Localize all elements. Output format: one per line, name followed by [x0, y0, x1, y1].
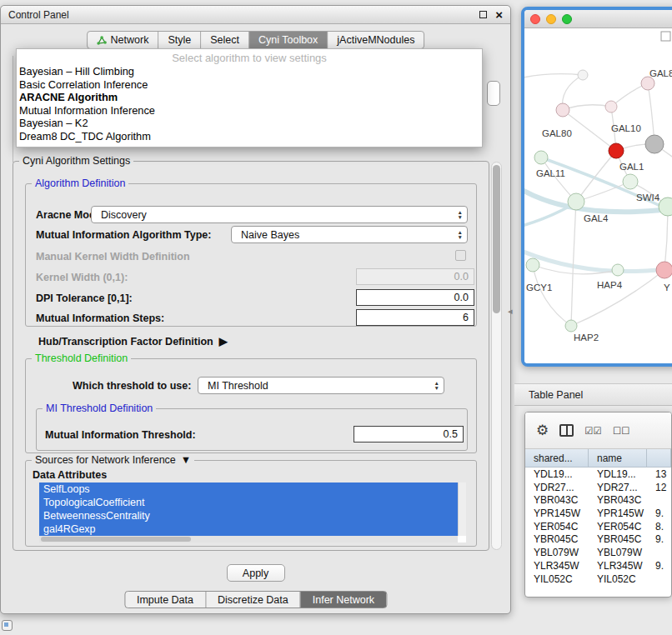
tab-style[interactable]: Style — [158, 32, 201, 48]
tab-jactivemnodules[interactable]: jActiveMNodules — [328, 32, 424, 48]
network-edge[interactable] — [571, 270, 664, 326]
combo-arrows-icon: ▲▼ — [458, 210, 463, 220]
sources-group-title[interactable]: Sources for Network Inference ▼ — [32, 454, 194, 466]
hub-definition-label: Hub/Transcription Factor Definition — [38, 336, 213, 348]
mi-type-select[interactable]: Naive Bayes ▲▼ — [231, 226, 468, 243]
columns-icon[interactable] — [559, 424, 574, 437]
data-attribute-item-betweennesscentrality[interactable]: BetweennessCentrality — [39, 509, 458, 522]
algorithm-option-dream8-dc-tdc-algorithm[interactable]: Dream8 DC_TDC Algorithm — [17, 130, 482, 143]
bottom-tab-impute-data[interactable]: Impute Data — [125, 592, 206, 608]
network-edge[interactable] — [524, 74, 583, 78]
data-attributes-list[interactable]: SelfLoopsTopologicalCoefficientBetweenne… — [39, 482, 466, 542]
close-traffic-light[interactable] — [530, 14, 540, 24]
groupbox-edge-fragment — [13, 56, 13, 162]
network-edge[interactable] — [576, 151, 616, 202]
table-cell: YLR345W — [525, 559, 589, 572]
table-cell: YER054C — [589, 520, 647, 533]
table-panel-header[interactable]: Table Panel — [514, 383, 672, 406]
table-cell: 9. — [647, 559, 671, 572]
table-row[interactable]: YBR045CYBR045C9. — [525, 532, 671, 546]
network-node-gal10[interactable] — [609, 143, 624, 158]
control-panel-window: Control Panel × NetworkStyleSelectCyni T… — [0, 5, 511, 614]
table-column-header[interactable]: shared... — [525, 449, 589, 467]
network-node-hap2[interactable] — [565, 320, 577, 332]
apply-button[interactable]: Apply — [227, 564, 285, 582]
table-row[interactable]: YPR145WYPR145W9. — [525, 507, 671, 520]
collapse-down-icon[interactable]: ▼ — [181, 454, 191, 466]
network-node[interactable] — [645, 135, 664, 153]
attributes-horizontal-scrollbar[interactable] — [39, 536, 458, 542]
algorithm-option-bayesian-k2[interactable]: Bayesian – K2 — [17, 117, 482, 130]
network-node-gal80[interactable] — [556, 103, 569, 117]
table-cell — [647, 572, 671, 586]
which-threshold-select[interactable]: MI Threshold ▲▼ — [198, 377, 444, 394]
network-node-y[interactable] — [656, 262, 672, 278]
network-canvas[interactable]: GAL8GAL80GAL10GAL1GAL11SWI4GAL4GCY1HAP4Y… — [524, 28, 672, 363]
table-row[interactable]: YDR27...YDR27...12 — [525, 481, 671, 494]
table-row[interactable]: YBL079WYBL079W — [525, 546, 671, 559]
network-node-label: GCY1 — [526, 282, 552, 292]
table-column-header[interactable]: name — [589, 449, 647, 467]
network-node-label: GAL1 — [619, 162, 644, 172]
network-node-gal1[interactable] — [623, 174, 638, 189]
network-edge[interactable] — [571, 202, 576, 326]
manual-kernel-checkbox[interactable] — [455, 250, 466, 261]
network-node-hap4[interactable] — [612, 264, 624, 276]
algorithm-option-basic-correlation-inference[interactable]: Basic Correlation Inference — [17, 78, 482, 92]
data-attribute-item-selfloops[interactable]: SelfLoops — [39, 482, 458, 496]
data-attribute-item-topologicalcoefficient[interactable]: TopologicalCoefficient — [39, 496, 458, 509]
table-column-header[interactable] — [647, 449, 671, 467]
network-node-gal11[interactable] — [534, 151, 548, 164]
gear-icon[interactable]: ⚙ — [536, 423, 549, 438]
algorithm-option-mutual-information-inference[interactable]: Mutual Information Inference — [17, 104, 482, 118]
network-edge[interactable] — [524, 207, 569, 227]
float-window-icon[interactable] — [479, 11, 487, 18]
tab-select[interactable]: Select — [201, 32, 249, 48]
collapse-right-icon[interactable]: ▶ — [219, 335, 228, 348]
control-panel-tabs: NetworkStyleSelectCyni ToolboxjActiveMNo… — [87, 31, 425, 49]
data-attribute-item-gal4rgexp[interactable]: gal4RGexp — [39, 522, 458, 536]
tab-cyni-toolbox[interactable]: Cyni Toolbox — [249, 32, 328, 48]
canvas-checkbox-icon[interactable] — [661, 32, 670, 41]
deselect-all-checkboxes-icon[interactable]: ☐☐ — [613, 425, 630, 437]
control-panel-titlebar[interactable]: Control Panel × — [1, 6, 510, 24]
mi-threshold-input[interactable] — [354, 426, 464, 442]
bottom-tab-discretize-data[interactable]: Discretize Data — [206, 592, 301, 608]
close-icon[interactable]: × — [495, 8, 503, 21]
settings-scrollbar-thumb[interactable] — [493, 165, 500, 313]
algorithm-option-list: Bayesian – Hill ClimbingBasic Correlatio… — [17, 65, 482, 143]
zoom-traffic-light[interactable] — [562, 14, 572, 24]
mi-steps-input[interactable] — [356, 309, 474, 326]
attributes-vertical-scrollbar[interactable] — [458, 482, 466, 536]
select-all-checkboxes-icon[interactable]: ☑☑ — [584, 425, 602, 437]
bottom-tab-infer-network[interactable]: Infer Network — [301, 592, 386, 608]
dpi-tolerance-input[interactable] — [356, 289, 474, 306]
settings-scrollbar[interactable] — [491, 162, 502, 550]
table-cell: 13 — [647, 468, 671, 481]
minimized-panel-icon[interactable] — [2, 620, 13, 631]
network-node-gal4[interactable] — [568, 193, 584, 210]
kernel-width-input[interactable] — [356, 268, 474, 285]
panel-splitter-handle[interactable]: ◂ — [508, 306, 513, 317]
table-row[interactable]: YLR345WYLR345W9. — [525, 559, 671, 572]
network-node-gcy1[interactable] — [526, 258, 539, 272]
minimize-traffic-light[interactable] — [546, 14, 556, 24]
table-row[interactable]: YER054CYER054C8. — [525, 520, 671, 533]
network-edge[interactable] — [563, 105, 611, 110]
window-title: Control Panel — [8, 9, 69, 21]
network-node-gal8[interactable] — [641, 77, 654, 90]
aracne-mode-select[interactable]: Discovery ▲▼ — [91, 206, 468, 223]
algorithm-option-bayesian-hill-climbing[interactable]: Bayesian – Hill Climbing — [17, 65, 482, 78]
algorithm-option-aracne-algorithm[interactable]: ARACNE Algorithm — [17, 91, 482, 104]
network-view-titlebar[interactable] — [524, 10, 672, 28]
network-edge[interactable] — [533, 265, 571, 326]
network-node[interactable] — [605, 101, 617, 112]
network-node[interactable] — [578, 70, 588, 80]
table-row[interactable]: YIL052CYIL052C — [525, 572, 671, 586]
network-edge[interactable] — [524, 250, 658, 272]
table-cell: YLR345W — [589, 559, 647, 572]
table-row[interactable]: YBR043CYBR043C — [525, 493, 671, 507]
tab-network[interactable]: Network — [88, 32, 159, 48]
table-row[interactable]: YDL19...YDL19...13 — [525, 468, 671, 481]
hub-definition-section[interactable]: Hub/Transcription Factor Definition ▶ — [38, 335, 228, 348]
